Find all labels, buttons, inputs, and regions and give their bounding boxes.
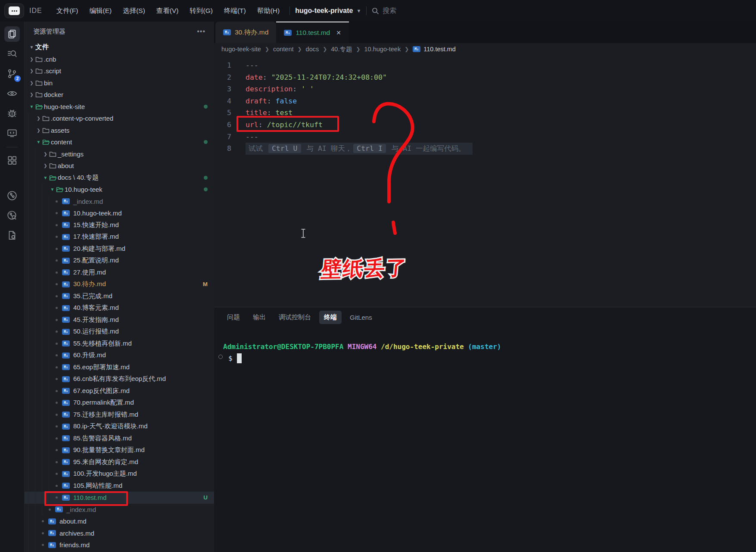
preview-eye-icon[interactable]	[4, 86, 20, 101]
panel-tab-调试控制台[interactable]: 调试控制台	[274, 311, 316, 324]
extensions-grid-icon[interactable]	[4, 153, 20, 168]
tree-row[interactable]: ▼hugo-teek-site	[25, 101, 214, 113]
tree-row[interactable]: M↓30.待办.mdM	[25, 278, 214, 290]
tree-row[interactable]: M↓25.配置说明.md	[25, 255, 214, 267]
breadcrumb-item[interactable]: content	[273, 46, 294, 53]
search-button[interactable]: 搜索	[372, 6, 396, 16]
tree-row[interactable]: M↓105.网站性能.md	[25, 480, 214, 492]
indent-guide	[49, 409, 56, 421]
tree-row[interactable]: M↓friends.md	[25, 539, 214, 551]
panel-tab-GitLens[interactable]: GitLens	[345, 311, 377, 324]
indent-guide	[28, 326, 35, 338]
tree-row[interactable]: ❯docker	[25, 89, 214, 101]
file-bullet-icon	[56, 449, 62, 451]
menu-item-3[interactable]: 查看(V)	[152, 4, 184, 18]
code-line-content: ---	[246, 131, 258, 143]
indent-guide	[28, 160, 35, 172]
tree-row[interactable]: ▼docs \ 40.专题	[25, 172, 214, 184]
debug-bug-icon[interactable]	[4, 106, 20, 121]
breadcrumb-item[interactable]: 40.专题	[331, 45, 352, 53]
file-bullet-icon	[56, 283, 62, 285]
search-icon[interactable]	[4, 46, 20, 62]
tree-row[interactable]: ▼content	[25, 136, 214, 148]
menu-item-1[interactable]: 编辑(E)	[84, 4, 116, 18]
pipeline-search-icon[interactable]	[4, 208, 20, 223]
editor-tab-0[interactable]: M↓30.待办.md	[215, 22, 276, 43]
tree-row[interactable]: M↓67.eop反代图床.md	[25, 385, 214, 397]
pipeline-circle-icon[interactable]	[4, 188, 20, 203]
file-settings-icon[interactable]	[4, 228, 20, 243]
panel-tab-输出[interactable]: 输出	[248, 311, 271, 324]
tree-row[interactable]: M↓17.快速部署.md	[25, 231, 214, 243]
tree-row[interactable]: M↓35.已完成.md	[25, 290, 214, 303]
tree-row[interactable]: ❯.script	[25, 65, 214, 77]
tree-row[interactable]: M↓45.开发指南.md	[25, 314, 214, 326]
menu-bar: 文件(F)编辑(E)选择(S)查看(V)转到(G)终端(T)帮助(H)	[52, 4, 285, 18]
tree-row[interactable]: M↓27.使用.md	[25, 267, 214, 279]
tree-row[interactable]: M↓75.迁移主库时报错.md	[25, 409, 214, 421]
tree-row[interactable]: M↓_index.md	[25, 196, 214, 208]
file-bullet-icon	[56, 437, 62, 440]
tree-item-label: 100.开发hugo主题.md	[73, 470, 137, 478]
source-control-icon[interactable]: 2	[4, 66, 20, 81]
indent-guide	[35, 539, 42, 551]
tree-row[interactable]: M↓110.test.mdU	[25, 492, 214, 504]
file-bullet-icon	[56, 236, 62, 238]
tree-row[interactable]: M↓60.升级.md	[25, 349, 214, 362]
panel-tab-问题[interactable]: 问题	[222, 311, 245, 324]
tree-row[interactable]: M↓65.eop部署加速.md	[25, 362, 214, 374]
menu-item-5[interactable]: 终端(T)	[219, 4, 251, 18]
tree-row[interactable]: M↓80.ip-天气-欢迎语模块.md	[25, 421, 214, 433]
remote-window-icon[interactable]	[4, 125, 20, 141]
tree-row[interactable]: M↓about.md	[25, 515, 214, 527]
tree-row[interactable]: ❯bin	[25, 77, 214, 89]
explorer-icon[interactable]	[4, 26, 20, 42]
indent-guide	[49, 492, 56, 504]
breadcrumb-item[interactable]: docs	[306, 46, 319, 53]
ide-logo-icon[interactable]	[4, 3, 24, 18]
tree-row[interactable]: M↓100.开发hugo主题.md	[25, 468, 214, 480]
close-icon[interactable]: ✕	[336, 29, 341, 36]
tree-row[interactable]: M↓15.快速开始.md	[25, 219, 214, 231]
tree-row[interactable]: ▼文件	[25, 41, 214, 53]
project-name[interactable]: hugo-teek-private	[295, 7, 353, 15]
tree-row[interactable]: M↓95.来自网友的肯定.md	[25, 456, 214, 468]
breadcrumb-item[interactable]: hugo-teek-site	[221, 46, 261, 53]
breadcrumb[interactable]: hugo-teek-site❯content❯docs❯40.专题❯10.hug…	[214, 43, 756, 55]
markdown-file-icon: M↓	[62, 329, 70, 335]
tree-row[interactable]: ❯_settings	[25, 148, 214, 160]
menu-item-6[interactable]: 帮助(H)	[252, 4, 285, 18]
more-actions-icon[interactable]: •••	[197, 28, 205, 35]
panel-tab-终端[interactable]: 终端	[319, 311, 342, 324]
tree-row[interactable]: M↓55.先移植再创新.md	[25, 338, 214, 350]
tree-row[interactable]: M↓archives.md	[25, 527, 214, 540]
indent-guide	[28, 409, 35, 421]
menu-item-4[interactable]: 转到(G)	[185, 4, 217, 18]
tree-row[interactable]: M↓70.permalink配置.md	[25, 397, 214, 409]
tree-row[interactable]: ❯.cnb	[25, 53, 214, 65]
indent-guide	[42, 314, 49, 326]
breadcrumb-item[interactable]: 10.hugo-teek	[364, 46, 401, 53]
tree-row[interactable]: ▼10.hugo-teek	[25, 184, 214, 196]
breadcrumb-item[interactable]: M↓110.test.md	[413, 46, 456, 53]
tree-row[interactable]: M↓10.hugo-teek.md	[25, 207, 214, 219]
tree-row[interactable]: M↓_index.md	[25, 504, 214, 516]
tree-row[interactable]: ❯about	[25, 160, 214, 172]
tree-row[interactable]: M↓90.批量替换文章封面.md	[25, 444, 214, 456]
menu-item-0[interactable]: 文件(F)	[52, 4, 83, 18]
markdown-file-icon: M↓	[62, 483, 70, 489]
tree-row[interactable]: M↓85.告警容器风格.md	[25, 433, 214, 445]
menu-item-2[interactable]: 选择(S)	[118, 4, 150, 18]
terminal[interactable]: Administrator@DESKTOP-7PB0PFA MINGW64 /d…	[214, 341, 756, 364]
editor-tab-1[interactable]: M↓110.test.md✕	[276, 22, 349, 43]
tree-row[interactable]: ❯assets	[25, 125, 214, 137]
indent-guide	[42, 207, 49, 219]
code-editor[interactable]: 1---2date: "2025-11-24T07:24:32+08:00"3d…	[214, 55, 756, 307]
tree-row[interactable]: M↓20.构建与部署.md	[25, 243, 214, 255]
markdown-file-icon: M↓	[62, 317, 70, 323]
tree-row[interactable]: M↓40.博客元素.md	[25, 302, 214, 314]
tree-row[interactable]: ❯.content-vp-converted	[25, 112, 214, 125]
tree-row[interactable]: M↓66.cnb私有库发布到eop反代.md	[25, 373, 214, 385]
tree-row[interactable]: M↓50.运行报错.md	[25, 326, 214, 338]
chevron-down-icon[interactable]: ▼	[356, 8, 361, 13]
